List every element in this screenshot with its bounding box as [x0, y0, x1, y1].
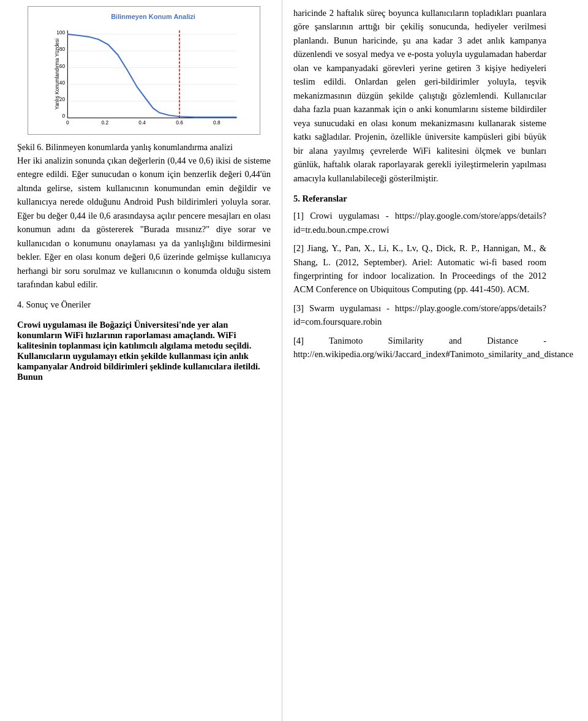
chart-svg: Yanlış Konumlandırma Yüzdesi 0 20 40 60 … [53, 23, 254, 126]
svg-text:60: 60 [59, 63, 66, 69]
svg-text:0: 0 [62, 113, 65, 119]
svg-text:40: 40 [59, 80, 66, 86]
right-column: haricinde 2 haftalık süreç boyunca kulla… [282, 0, 564, 721]
svg-text:0.8: 0.8 [213, 119, 221, 126]
svg-text:20: 20 [59, 96, 66, 102]
references-section: [1] Crowi uygulaması - https://play.goog… [293, 209, 546, 361]
reference-4: [4] Tanimoto Similarity and Distance - h… [293, 334, 546, 361]
page-container: Bilinmeyen Konum Analizi Yanlış Konumlan… [0, 0, 588, 721]
chart-area: Bilinmeyen Konum Analizi Yanlış Konumlan… [28, 6, 260, 135]
svg-text:0: 0 [66, 119, 69, 126]
section-heading-sonuc: Crowi uygulaması ile Boğaziçi Üniversite… [17, 320, 271, 382]
svg-text:80: 80 [59, 46, 66, 52]
right-paragraph-1: haricinde 2 haftalık süreç boyunca kulla… [293, 6, 546, 185]
svg-text:0.4: 0.4 [138, 119, 146, 126]
section-heading-referanslar: 5. Referanslar [293, 194, 546, 204]
reference-3: [3] Swarm uygulaması - https://play.goog… [293, 301, 546, 329]
figure-container: Bilinmeyen Konum Analizi Yanlış Konumlan… [17, 6, 271, 135]
reference-1: [1] Crowi uygulaması - https://play.goog… [293, 209, 546, 236]
svg-text:0.6: 0.6 [176, 119, 183, 126]
figure-caption: Şekil 6. Bilinmeyen konumlarda yanlış ko… [17, 141, 271, 154]
left-column: Bilinmeyen Konum Analizi Yanlış Konumlan… [0, 0, 282, 721]
chart-title: Bilinmeyen Konum Analizi [53, 13, 254, 20]
svg-text:0.2: 0.2 [101, 119, 108, 126]
reference-2: [2] Jiang, Y., Pan, X., Li, K., Lv, Q., … [293, 241, 546, 296]
svg-text:100: 100 [56, 29, 65, 36]
paragraph-2: 4. Sonuç ve Öneriler [17, 298, 271, 311]
paragraph-1: Her iki analizin sonunda çıkan değerleri… [17, 154, 271, 292]
